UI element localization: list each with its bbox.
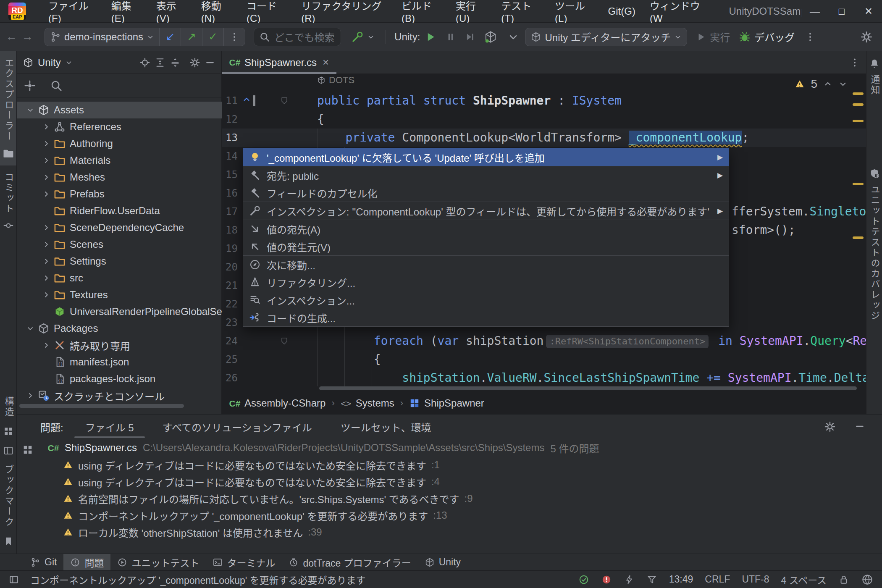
tool-window-layout-icon[interactable] <box>8 574 19 585</box>
menu-item-8[interactable]: テスト(T) <box>494 0 548 23</box>
unity-step-button[interactable] <box>460 28 480 46</box>
tree-item-Materials[interactable]: Materials <box>17 152 222 169</box>
kebab-icon[interactable] <box>849 57 860 68</box>
run-config-selector[interactable]: Unity エディターにアタッチ <box>525 28 687 46</box>
line-number-23[interactable]: 23 <box>222 313 238 332</box>
error-stripe-mark[interactable] <box>853 236 864 239</box>
status-time[interactable]: 13:49 <box>669 574 693 585</box>
problems-file-row[interactable]: C# ShipSpawner.cs C:\Users\Alexandra.Kol… <box>39 439 882 457</box>
tree-chevron-icon[interactable] <box>23 106 38 114</box>
next-warning-icon[interactable] <box>838 79 848 89</box>
line-number-22[interactable]: 22 <box>222 295 238 313</box>
indent-indicator[interactable]: 4 スペース <box>781 572 827 587</box>
explorer-mode[interactable]: Unity <box>38 57 61 68</box>
menu-item-10[interactable]: Git(G) <box>601 0 643 23</box>
tree-chevron-icon[interactable] <box>23 324 38 333</box>
tree-chevron-icon[interactable] <box>39 156 54 165</box>
analysis-ok-icon[interactable] <box>578 574 589 585</box>
tree-item-SceneDependencyCache[interactable]: SceneDependencyCache <box>17 219 222 236</box>
menu-item-9[interactable]: ツール(L) <box>548 0 601 23</box>
tool-window-button-通知[interactable]: 通知 <box>866 56 882 97</box>
search-icon[interactable] <box>50 79 63 92</box>
tool-window-button-コミット[interactable]: コミット <box>0 165 16 238</box>
line-number-16[interactable]: 16 <box>222 184 238 202</box>
popup-item-6[interactable]: 次に移動... <box>243 256 729 273</box>
menu-item-1[interactable]: 編集(E) <box>104 0 149 23</box>
problems-tab-2[interactable]: ツールセット、環境 <box>337 415 435 439</box>
maximize-button[interactable]: □ <box>828 0 855 23</box>
line-number-15[interactable]: 15 <box>222 165 238 184</box>
menu-item-6[interactable]: ビルド(B) <box>394 0 449 23</box>
problem-row-4[interactable]: ローカル変数 'otherShipStation' は使用されません:39 <box>39 524 882 541</box>
popup-item-3[interactable]: インスペクション: ''ComponentLookup' 型のフィールドは、更新… <box>243 202 729 220</box>
menu-item-0[interactable]: ファイル(F) <box>41 0 104 23</box>
error-stripe-mark[interactable] <box>853 103 864 106</box>
bottom-tool-button-問題[interactable]: 問題 <box>63 554 110 571</box>
tree-chevron-icon[interactable] <box>39 223 54 232</box>
hide-panel-icon[interactable] <box>205 57 215 68</box>
tree-item-UniversalRenderPipelineGlobalSett[interactable]: UniversalRenderPipelineGlobalSett <box>17 303 222 320</box>
tab-close-icon[interactable]: × <box>323 56 329 69</box>
bottom-tool-button-Unity[interactable]: Unity <box>418 554 467 571</box>
chevron-down-icon[interactable] <box>507 31 519 43</box>
tree-item-スクラッチとコンソール[interactable]: スクラッチとコンソール <box>17 387 222 401</box>
breadcrumb-Assembly-CSharp[interactable]: C#Assembly-CSharp <box>229 397 326 409</box>
commit-button[interactable]: ✓ <box>202 28 223 46</box>
fold-marker-icon[interactable] <box>280 336 289 346</box>
expand-all-icon[interactable] <box>155 57 165 68</box>
update-project-button[interactable]: ↙ <box>160 28 181 46</box>
tree-chevron-icon[interactable] <box>39 291 54 299</box>
tree-item-Textures[interactable]: Textures <box>17 286 222 303</box>
debug-button[interactable]: デバッグ <box>734 28 799 46</box>
push-button[interactable]: ↗ <box>181 28 202 46</box>
tool-window-button-ユニットテストのカバレッジ[interactable]: ユニットテストのカバレッジ <box>866 166 882 323</box>
line-number-21[interactable]: 21 <box>222 276 238 295</box>
popup-item-2[interactable]: フィールドのカプセル化 <box>243 184 729 202</box>
grid-icon[interactable] <box>3 426 14 437</box>
problems-tab-0[interactable]: ファイル 5 <box>82 415 137 439</box>
rail-label-ブックマーク[interactable]: ブックマーク <box>2 465 15 528</box>
tree-item-Assets[interactable]: Assets <box>17 102 222 118</box>
group-by-icon[interactable] <box>22 444 34 456</box>
tree-item-src[interactable]: src <box>17 270 222 286</box>
popup-item-5[interactable]: 値の発生元(V) <box>243 238 729 255</box>
bookmark-icon[interactable] <box>3 536 14 547</box>
language-icon[interactable] <box>861 573 874 586</box>
explorer-hscrollbar[interactable] <box>19 404 184 408</box>
tree-item-Scenes[interactable]: Scenes <box>17 236 222 253</box>
line-number-17[interactable]: 17 <box>222 202 238 221</box>
tree-chevron-icon[interactable] <box>39 257 54 265</box>
encoding-indicator[interactable]: UTF-8 <box>742 574 769 585</box>
unity-connect-button[interactable] <box>480 28 501 46</box>
tree-chevron-icon[interactable] <box>39 173 54 181</box>
tree-chevron-icon[interactable] <box>39 190 54 198</box>
chevron-down-icon[interactable] <box>65 59 73 66</box>
problem-row-2[interactable]: 名前空間はファイルの場所に対応していません。'src.Ships.Systems… <box>39 490 882 507</box>
forward-icon[interactable]: → <box>19 30 35 43</box>
gear-icon[interactable] <box>189 57 200 68</box>
bottom-tool-button-ユニットテスト[interactable]: ユニットテスト <box>110 554 206 571</box>
problems-tab-1[interactable]: すべてのソリューションファイル <box>159 415 315 439</box>
popup-item-9[interactable]: コードの生成... <box>243 309 729 326</box>
tree-chevron-icon[interactable] <box>39 341 54 349</box>
fold-marker-icon[interactable] <box>280 96 289 106</box>
menu-item-11[interactable]: ウィンドウ(W <box>643 0 715 23</box>
tree-chevron-icon[interactable] <box>39 274 54 282</box>
popup-item-0[interactable]: '_componentLookup' に欠落している 'Update' 呼び出し… <box>243 148 729 166</box>
editor-hscrollbar[interactable] <box>319 386 857 390</box>
bottom-tool-button-ターミナル[interactable]: ターミナル <box>206 554 282 571</box>
close-button[interactable]: ✕ <box>855 0 882 23</box>
tree-item-References[interactable]: References <box>17 118 222 135</box>
line-number-18[interactable]: 18 <box>222 221 238 239</box>
popup-item-7[interactable]: リファクタリング... <box>243 273 729 291</box>
line-ending-indicator[interactable]: CRLF <box>705 574 730 585</box>
menu-item-7[interactable]: 実行(U) <box>449 0 494 23</box>
highlighting-level-icon[interactable] <box>624 574 635 585</box>
breadcrumb-ShipSpawner[interactable]: ShipSpawner <box>409 397 484 409</box>
tree-item-packages-lock.json[interactable]: {}packages-lock.json <box>17 370 222 387</box>
inlay-hint[interactable]: :RefRW<ShipStationComponent> <box>546 335 709 348</box>
code-vision-hint[interactable]: DOTS <box>317 75 354 86</box>
tree-item-読み取り専用[interactable]: 読み取り専用 <box>17 337 222 354</box>
line-number-26[interactable]: 26 <box>222 369 238 387</box>
layout-icon[interactable] <box>3 445 14 456</box>
